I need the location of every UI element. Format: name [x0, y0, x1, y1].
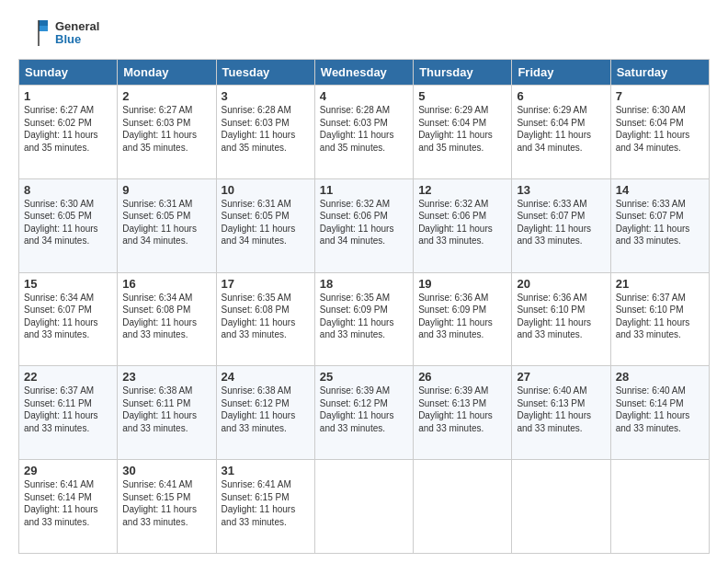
day-number: 10	[222, 183, 310, 197]
calendar-cell: 13 Sunrise: 6:33 AMSunset: 6:07 PMDaylig…	[512, 178, 610, 272]
day-info: Sunrise: 6:30 AMSunset: 6:05 PMDaylight:…	[24, 198, 112, 247]
calendar-cell: 16 Sunrise: 6:34 AMSunset: 6:08 PMDaylig…	[118, 272, 216, 366]
day-info: Sunrise: 6:29 AMSunset: 6:04 PMDaylight:…	[418, 104, 506, 154]
calendar-cell: 2 Sunrise: 6:27 AMSunset: 6:03 PMDayligh…	[118, 86, 216, 179]
day-info: Sunrise: 6:37 AMSunset: 6:10 PMDaylight:…	[616, 292, 704, 341]
day-number: 6	[517, 89, 605, 103]
day-number: 12	[418, 183, 506, 197]
day-number: 16	[122, 277, 210, 291]
day-info: Sunrise: 6:38 AMSunset: 6:12 PMDaylight:…	[222, 385, 310, 434]
calendar-cell	[314, 460, 413, 554]
day-number: 13	[517, 183, 605, 197]
day-info: Sunrise: 6:28 AMSunset: 6:03 PMDaylight:…	[320, 104, 408, 154]
logo: General Blue	[18, 17, 99, 50]
day-number: 27	[517, 370, 605, 384]
day-info: Sunrise: 6:38 AMSunset: 6:11 PMDaylight:…	[122, 385, 210, 434]
day-header-wednesday: Wednesday	[314, 60, 413, 86]
day-number: 1	[24, 89, 112, 103]
day-number: 29	[24, 464, 112, 477]
day-number: 17	[222, 277, 310, 291]
day-number: 21	[616, 277, 704, 291]
day-header-tuesday: Tuesday	[216, 60, 314, 86]
day-info: Sunrise: 6:41 AMSunset: 6:14 PMDaylight:…	[24, 478, 112, 528]
day-number: 2	[122, 89, 210, 103]
day-info: Sunrise: 6:33 AMSunset: 6:07 PMDaylight:…	[517, 198, 605, 247]
day-info: Sunrise: 6:40 AMSunset: 6:13 PMDaylight:…	[517, 385, 605, 434]
calendar-cell: 9 Sunrise: 6:31 AMSunset: 6:05 PMDayligh…	[118, 178, 216, 272]
day-info: Sunrise: 6:37 AMSunset: 6:11 PMDaylight:…	[24, 385, 112, 434]
calendar-cell: 14 Sunrise: 6:33 AMSunset: 6:07 PMDaylig…	[610, 178, 709, 272]
calendar-cell: 21 Sunrise: 6:37 AMSunset: 6:10 PMDaylig…	[610, 272, 709, 366]
day-number: 8	[24, 183, 112, 197]
day-header-sunday: Sunday	[19, 60, 118, 86]
calendar-week-row: 1 Sunrise: 6:27 AMSunset: 6:02 PMDayligh…	[19, 86, 710, 179]
day-info: Sunrise: 6:32 AMSunset: 6:06 PMDaylight:…	[320, 198, 408, 247]
calendar-cell: 25 Sunrise: 6:39 AMSunset: 6:12 PMDaylig…	[314, 366, 413, 460]
day-number: 11	[320, 183, 408, 197]
day-number: 23	[122, 370, 210, 384]
logo-flag-icon	[18, 17, 51, 50]
logo-general: General	[55, 20, 99, 33]
svg-rect-0	[39, 20, 48, 26]
day-info: Sunrise: 6:35 AMSunset: 6:09 PMDaylight:…	[320, 292, 408, 341]
calendar-cell: 8 Sunrise: 6:30 AMSunset: 6:05 PMDayligh…	[19, 178, 118, 272]
calendar-week-row: 22 Sunrise: 6:37 AMSunset: 6:11 PMDaylig…	[19, 366, 710, 460]
day-number: 14	[616, 183, 704, 197]
calendar-header-row: SundayMondayTuesdayWednesdayThursdayFrid…	[19, 60, 710, 86]
day-info: Sunrise: 6:29 AMSunset: 6:04 PMDaylight:…	[517, 104, 605, 154]
day-info: Sunrise: 6:30 AMSunset: 6:04 PMDaylight:…	[616, 104, 704, 154]
calendar-table: SundayMondayTuesdayWednesdayThursdayFrid…	[18, 59, 710, 554]
calendar-cell: 26 Sunrise: 6:39 AMSunset: 6:13 PMDaylig…	[414, 366, 512, 460]
day-header-monday: Monday	[118, 60, 216, 86]
day-header-friday: Friday	[512, 60, 610, 86]
day-number: 5	[418, 89, 506, 103]
calendar-cell: 18 Sunrise: 6:35 AMSunset: 6:09 PMDaylig…	[314, 272, 413, 366]
calendar-cell: 3 Sunrise: 6:28 AMSunset: 6:03 PMDayligh…	[216, 86, 314, 179]
day-info: Sunrise: 6:36 AMSunset: 6:10 PMDaylight:…	[517, 292, 605, 341]
calendar-cell	[512, 460, 610, 554]
calendar-cell: 11 Sunrise: 6:32 AMSunset: 6:06 PMDaylig…	[314, 178, 413, 272]
day-info: Sunrise: 6:31 AMSunset: 6:05 PMDaylight:…	[222, 198, 310, 247]
calendar-cell: 7 Sunrise: 6:30 AMSunset: 6:04 PMDayligh…	[610, 86, 709, 179]
calendar-cell	[414, 460, 512, 554]
calendar-cell: 27 Sunrise: 6:40 AMSunset: 6:13 PMDaylig…	[512, 366, 610, 460]
day-number: 31	[222, 464, 310, 477]
calendar-cell: 31 Sunrise: 6:41 AMSunset: 6:15 PMDaylig…	[216, 460, 314, 554]
logo-blue: Blue	[55, 33, 99, 46]
calendar-week-row: 8 Sunrise: 6:30 AMSunset: 6:05 PMDayligh…	[19, 178, 710, 272]
day-info: Sunrise: 6:39 AMSunset: 6:12 PMDaylight:…	[320, 385, 408, 434]
calendar-cell: 28 Sunrise: 6:40 AMSunset: 6:14 PMDaylig…	[610, 366, 709, 460]
day-info: Sunrise: 6:36 AMSunset: 6:09 PMDaylight:…	[418, 292, 506, 341]
day-info: Sunrise: 6:41 AMSunset: 6:15 PMDaylight:…	[122, 478, 210, 528]
calendar-cell: 30 Sunrise: 6:41 AMSunset: 6:15 PMDaylig…	[118, 460, 216, 554]
day-number: 24	[222, 370, 310, 384]
day-info: Sunrise: 6:31 AMSunset: 6:05 PMDaylight:…	[122, 198, 210, 247]
calendar-cell: 6 Sunrise: 6:29 AMSunset: 6:04 PMDayligh…	[512, 86, 610, 179]
day-number: 7	[616, 89, 704, 103]
calendar-week-row: 15 Sunrise: 6:34 AMSunset: 6:07 PMDaylig…	[19, 272, 710, 366]
day-info: Sunrise: 6:41 AMSunset: 6:15 PMDaylight:…	[222, 478, 310, 528]
day-info: Sunrise: 6:40 AMSunset: 6:14 PMDaylight:…	[616, 385, 704, 434]
day-number: 3	[222, 89, 310, 103]
day-header-saturday: Saturday	[610, 60, 709, 86]
calendar-cell	[610, 460, 709, 554]
day-number: 15	[24, 277, 112, 291]
calendar-cell: 20 Sunrise: 6:36 AMSunset: 6:10 PMDaylig…	[512, 272, 610, 366]
day-info: Sunrise: 6:35 AMSunset: 6:08 PMDaylight:…	[222, 292, 310, 341]
day-header-thursday: Thursday	[414, 60, 512, 86]
header: General Blue	[18, 17, 710, 50]
day-number: 26	[418, 370, 506, 384]
day-info: Sunrise: 6:28 AMSunset: 6:03 PMDaylight:…	[222, 104, 310, 154]
day-info: Sunrise: 6:39 AMSunset: 6:13 PMDaylight:…	[418, 385, 506, 434]
calendar-cell: 19 Sunrise: 6:36 AMSunset: 6:09 PMDaylig…	[414, 272, 512, 366]
calendar-cell: 17 Sunrise: 6:35 AMSunset: 6:08 PMDaylig…	[216, 272, 314, 366]
day-info: Sunrise: 6:27 AMSunset: 6:02 PMDaylight:…	[24, 104, 112, 154]
day-number: 4	[320, 89, 408, 103]
calendar-cell: 10 Sunrise: 6:31 AMSunset: 6:05 PMDaylig…	[216, 178, 314, 272]
logo-text: General Blue	[55, 20, 99, 47]
svg-rect-1	[39, 26, 48, 31]
day-info: Sunrise: 6:32 AMSunset: 6:06 PMDaylight:…	[418, 198, 506, 247]
calendar-week-row: 29 Sunrise: 6:41 AMSunset: 6:14 PMDaylig…	[19, 460, 710, 554]
day-info: Sunrise: 6:27 AMSunset: 6:03 PMDaylight:…	[122, 104, 210, 154]
day-info: Sunrise: 6:33 AMSunset: 6:07 PMDaylight:…	[616, 198, 704, 247]
